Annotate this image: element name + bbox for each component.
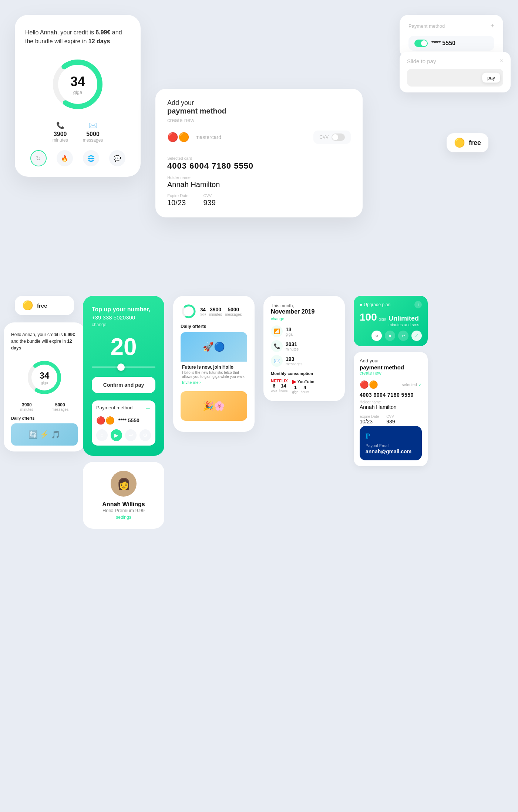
youtube-hours-num: 4 xyxy=(301,385,309,390)
bottom-stat-messages: 5000 messages xyxy=(52,402,69,412)
offer-card-1: 🚀🔵 Future is now, join Holio Holio is th… xyxy=(181,332,247,388)
youtube-giga-num: 1 xyxy=(292,385,299,390)
sketch-icon: 🟡 xyxy=(454,138,465,148)
this-month-change[interactable]: change xyxy=(271,317,337,321)
pm-card-number: **** 5550 xyxy=(118,417,139,423)
mastercard-row: 🔴🟠 mastercard CVV xyxy=(167,131,351,144)
pm-btn-active[interactable]: ▶ xyxy=(111,429,122,441)
minutes-value: 3900 xyxy=(53,131,68,138)
bottom-messages-lbl: messages xyxy=(52,407,69,412)
payment-method-label: Payment method xyxy=(408,23,445,29)
usage-giga: 📶 13 giga xyxy=(271,325,337,337)
slide-to-pay-widget: Slide to pay × pay xyxy=(400,52,511,92)
offer-image-1: 🚀🔵 xyxy=(181,332,247,362)
usage-minutes: 📞 2031 minutes xyxy=(271,340,337,352)
rp-title: Add your xyxy=(360,358,422,363)
topup-amount: 20 xyxy=(92,333,155,361)
mastercard-icon: 🔴🟠 xyxy=(167,132,189,142)
minutes-val: 2031 xyxy=(286,341,299,347)
minutes-lbl: minutes xyxy=(286,347,299,351)
pm-btn-settings[interactable]: ⚙ xyxy=(139,429,151,441)
profile-plan: Holio Premium 9.99 xyxy=(90,508,157,513)
stats-row: 📞 3900 minutes ✉️ 5000 messages xyxy=(25,121,130,143)
fire-icon[interactable]: 🔥 xyxy=(57,150,73,166)
stat-minutes: 📞 3900 minutes xyxy=(53,121,68,143)
pm-arrow-icon[interactable]: → xyxy=(145,405,151,412)
card-number: **** 5550 xyxy=(431,40,455,47)
selected-card-label: Selected card xyxy=(167,156,351,160)
netflix-values: 6 giga 14 hours xyxy=(271,383,288,392)
offer-card-2: 🎉🌸 xyxy=(181,391,247,421)
page-wrapper: Hello Annah, your credit is 6.99€ and th… xyxy=(0,0,518,544)
chat-icon[interactable]: 💬 xyxy=(109,150,125,166)
upg-icon-check[interactable]: ✓ xyxy=(411,331,422,341)
selected-card-section: Selected card 4003 6004 7180 5550 xyxy=(167,156,351,171)
pm-card-row: 🔴🟠 **** 5550 xyxy=(96,416,151,425)
invite-link[interactable]: Invite me › xyxy=(182,380,246,385)
bottom-minutes: 3900 xyxy=(20,402,33,407)
donut-value: 34 xyxy=(70,74,85,89)
selected-checkmark: ✓ xyxy=(418,382,422,387)
mc-icon: 🔴🟠 xyxy=(96,416,115,425)
monthly-title: Monthly consumption xyxy=(271,371,337,376)
mini-minutes: 3900 minutes xyxy=(209,307,222,317)
confirm-pay-button[interactable]: Confirm and pay xyxy=(92,377,155,393)
rp-fields: Holder name Annah Hamilton xyxy=(360,400,422,410)
left-col: 🟡 free Hello Annah, your credit is 6.99€… xyxy=(15,296,74,451)
bottom-stat-minutes: 3900 minutes xyxy=(20,402,33,412)
donut-section: 34 giga xyxy=(25,55,130,114)
messages-val: 193 xyxy=(286,356,303,362)
card-number-row: **** 5550 xyxy=(408,36,494,51)
pay-button[interactable]: pay xyxy=(482,73,500,83)
user-avatar: 👩 xyxy=(111,471,137,497)
refresh-icon[interactable]: ↻ xyxy=(30,150,47,166)
globe-icon[interactable]: 🌐 xyxy=(83,150,99,166)
settings-link[interactable]: settings xyxy=(90,515,157,520)
dot-icon: ● xyxy=(360,302,362,307)
slide-track[interactable]: pay xyxy=(407,69,503,87)
upg-icon-2[interactable]: ● xyxy=(385,331,395,341)
stat-messages: ✉️ 5000 messages xyxy=(83,121,103,143)
mini-donut-center: 34 giga xyxy=(200,307,206,316)
pm-btn-radio[interactable]: ○ xyxy=(96,429,108,441)
cvv-toggle[interactable] xyxy=(332,133,345,141)
pm-header: Payment method → xyxy=(96,405,151,412)
card-toggle[interactable] xyxy=(414,40,428,47)
bottom-section: 🟡 free Hello Annah, your credit is 6.99€… xyxy=(15,296,503,529)
paypal-email-label: Paypal Email xyxy=(366,443,416,448)
rp-mc-icon: 🔴🟠 xyxy=(360,380,378,389)
close-icon[interactable]: × xyxy=(500,58,503,64)
profile-name: Annah Willings xyxy=(90,501,157,508)
rp-cvv-value: 939 xyxy=(386,419,395,424)
minutes-info: 2031 minutes xyxy=(286,341,299,351)
main-payment-panel: Add your payment method create new 🔴🟠 ma… xyxy=(155,89,363,217)
create-new-link[interactable]: create new xyxy=(167,117,351,123)
messages-icon-this: ✉️ xyxy=(271,355,283,367)
bottom-donut-center: 34 giga xyxy=(40,371,50,385)
slide-header: Slide to pay × xyxy=(407,58,503,64)
mini-donut-chart xyxy=(181,303,197,319)
pm-icons-row: ○ ▶ ↩ ⚙ xyxy=(96,429,151,441)
upgrade-plus-icon[interactable]: + xyxy=(414,301,422,308)
pm-btn-undo[interactable]: ↩ xyxy=(125,429,137,441)
rp-cvv: CVV 939 xyxy=(386,415,395,424)
upgrade-stats: 100 giga Unlimited minutes and sms xyxy=(360,311,422,327)
amount-slider[interactable] xyxy=(92,366,155,368)
rp-expiry-value: 10/23 xyxy=(360,419,379,424)
pm-title: Payment method xyxy=(96,405,132,412)
rp-create-link[interactable]: create new xyxy=(360,371,422,376)
slider-thumb[interactable] xyxy=(117,363,125,371)
add-card-icon[interactable]: + xyxy=(490,22,494,30)
upgrade-giga-section: 100 giga xyxy=(360,311,386,323)
message-icon: ✉️ xyxy=(83,121,103,129)
bottom-minutes-lbl: minutes xyxy=(20,407,33,412)
holder-name: Annah Hamilton xyxy=(167,180,351,189)
bottom-messages: 5000 xyxy=(52,402,69,407)
upg-icon-1[interactable]: ○ xyxy=(371,331,382,341)
netflix-giga-unit: giga xyxy=(271,389,277,392)
topup-change[interactable]: change xyxy=(92,322,155,327)
bottom-donut-value: 34 xyxy=(40,371,50,381)
free-label: free xyxy=(469,139,481,147)
main-phone-card: 34 giga 3900 minutes 5000 messages Daily… xyxy=(173,296,255,432)
upg-icon-3[interactable]: ↩ xyxy=(398,331,408,341)
